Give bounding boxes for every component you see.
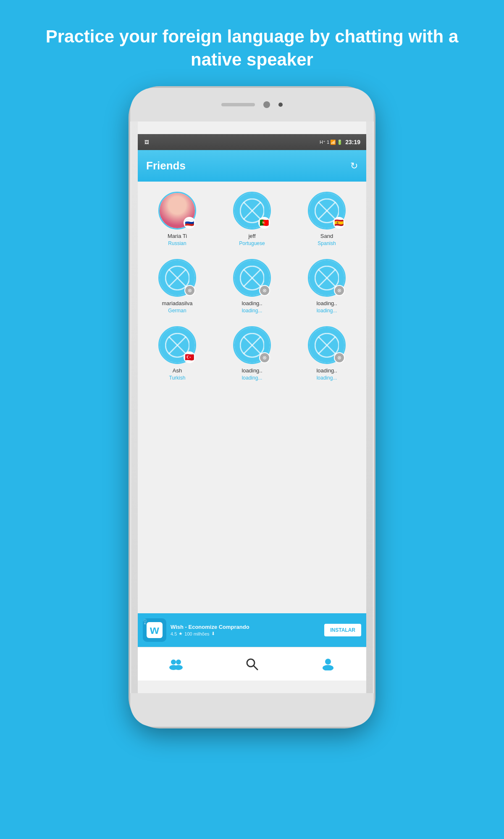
avatar-wrapper-loading9: ⊗ (308, 326, 346, 364)
flag-spain: 🇪🇸 (333, 217, 345, 229)
friends-grid: 🇷🇺 Maria Ti Russian (138, 182, 366, 613)
friend-item-mariadasilva[interactable]: ⊗ mariadasilva German (141, 254, 213, 319)
offline-badge-mariadasilva: ⊗ (184, 285, 195, 296)
friend-name-loading6: loading.. (316, 300, 337, 306)
friends-nav-icon (169, 658, 183, 670)
front-camera (263, 101, 270, 108)
phone-bottom-bar (130, 693, 374, 727)
wish-logo: w (147, 622, 163, 638)
avatar-wrapper-sand: 🇪🇸 (308, 192, 346, 230)
ad-star: ★ (178, 631, 183, 636)
svg-point-25 (176, 660, 181, 665)
friend-lang-loading9: loading... (317, 375, 337, 381)
camera-dot (278, 103, 283, 107)
ad-subtitle: 4.5 ★ 100 milhões ⬇ (171, 631, 320, 636)
ad-banner: ⓘ✕ w Wish - Economize Comprando 4.5 ★ 10… (138, 613, 366, 647)
flag-portugal: 🇵🇹 (258, 217, 270, 229)
status-time: 23:19 (345, 139, 360, 145)
refresh-icon[interactable]: ↻ (350, 161, 358, 171)
notification-icon: 🖼 (144, 140, 149, 145)
offline-badge-loading6: ⊗ (334, 285, 345, 296)
svg-point-30 (325, 659, 331, 665)
friend-name-maria: Maria Ti (168, 233, 187, 239)
avatar-wrapper-loading8: ⊗ (233, 326, 271, 364)
svg-point-31 (323, 665, 333, 670)
friend-lang-ash: Turkish (169, 375, 186, 381)
ad-info-label: ⓘ✕ (144, 619, 147, 625)
ad-text: Wish - Economize Comprando 4.5 ★ 100 mil… (171, 624, 320, 636)
avatar-wrapper-jeff: 🇵🇹 (233, 192, 271, 230)
avatar-wrapper-maria: 🇷🇺 (158, 192, 196, 230)
phone-inner: 🖼 H⁺ 1 📶 🔋 23:19 Friends ↻ (138, 100, 366, 714)
friend-lang-loading6: loading... (317, 308, 337, 314)
friend-name-ash: Ash (173, 367, 182, 374)
friend-name-sand: Sand (320, 233, 333, 239)
friend-item-ash[interactable]: 🇹🇷 Ash Turkish (141, 321, 213, 386)
phone-top-bar (130, 88, 374, 121)
bottom-nav (138, 647, 366, 681)
friend-item-loading-6[interactable]: ⊗ loading.. loading... (291, 254, 363, 319)
friend-item-loading-9[interactable]: ⊗ loading.. loading... (291, 321, 363, 386)
profile-nav-icon (322, 658, 334, 670)
ad-download-icon: ⬇ (211, 631, 215, 636)
friend-name-loading9: loading.. (316, 367, 337, 374)
install-button[interactable]: INSTALAR (324, 624, 361, 636)
ad-icon: ⓘ✕ w (143, 618, 166, 642)
friend-name-loading5: loading.. (242, 300, 262, 306)
flag-russia: 🇷🇺 (184, 217, 195, 229)
flag-turkey: 🇹🇷 (184, 351, 195, 363)
header-title: Friends (146, 159, 350, 172)
friend-name-jeff: jeff (248, 233, 255, 239)
signal-icon: 📶 (330, 140, 336, 145)
svg-point-24 (171, 660, 176, 665)
ad-downloads: 100 milhões (184, 631, 209, 636)
network-icon: H⁺ 1 (320, 140, 329, 145)
avatar-wrapper-mariadasilva: ⊗ (158, 259, 196, 297)
ad-rating: 4.5 (171, 631, 177, 636)
phone-frame: 🖼 H⁺ 1 📶 🔋 23:19 Friends ↻ (130, 88, 374, 727)
offline-badge-loading8: ⊗ (259, 352, 270, 363)
phone-mockup: 🖼 H⁺ 1 📶 🔋 23:19 Friends ↻ (130, 88, 374, 727)
offline-badge-loading5: ⊗ (259, 285, 270, 296)
nav-profile[interactable] (290, 658, 366, 670)
friend-item-jeff[interactable]: 🇵🇹 jeff Portuguese (216, 187, 288, 251)
friend-lang-loading8: loading... (242, 375, 262, 381)
app-header: Friends ↻ (138, 150, 366, 182)
friend-lang-jeff: Portuguese (239, 240, 265, 246)
friend-lang-maria: Russian (168, 240, 186, 246)
friend-name-mariadasilva: mariadasilva (162, 300, 193, 306)
avatar-wrapper-loading5: ⊗ (233, 259, 271, 297)
nav-search[interactable] (214, 658, 290, 670)
friend-lang-mariadasilva: German (168, 308, 186, 314)
hero-heading: Practice your foreign language by chatti… (0, 0, 504, 88)
battery-icon: 🔋 (337, 140, 343, 145)
svg-line-29 (254, 666, 257, 670)
friend-item-sand[interactable]: 🇪🇸 Sand Spanish (291, 187, 363, 251)
search-nav-icon (246, 658, 258, 670)
status-bar: 🖼 H⁺ 1 📶 🔋 23:19 (138, 134, 366, 150)
friend-lang-loading5: loading... (242, 308, 262, 314)
avatar-wrapper-ash: 🇹🇷 (158, 326, 196, 364)
nav-friends[interactable] (138, 658, 214, 670)
friend-item-loading-8[interactable]: ⊗ loading.. loading... (216, 321, 288, 386)
offline-badge-loading9: ⊗ (334, 352, 345, 363)
svg-point-27 (174, 665, 183, 670)
status-bar-left: 🖼 (144, 140, 319, 145)
phone-screen: 🖼 H⁺ 1 📶 🔋 23:19 Friends ↻ (138, 134, 366, 681)
friend-name-loading8: loading.. (242, 367, 262, 374)
friend-item-maria-ti[interactable]: 🇷🇺 Maria Ti Russian (141, 187, 213, 251)
speaker-grille (221, 103, 255, 106)
avatar-wrapper-loading6: ⊗ (308, 259, 346, 297)
friend-lang-sand: Spanish (318, 240, 336, 246)
ad-title: Wish - Economize Comprando (171, 624, 320, 630)
friend-item-loading-5[interactable]: ⊗ loading.. loading... (216, 254, 288, 319)
